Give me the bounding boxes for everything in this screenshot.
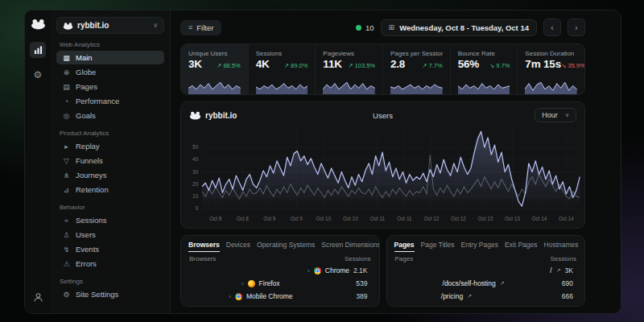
row-value: 389 xyxy=(356,292,367,300)
chevron-right-icon[interactable]: › xyxy=(242,280,244,287)
previous-period-button[interactable]: ‹ xyxy=(543,19,561,36)
table-row[interactable]: /↗3K xyxy=(394,265,578,276)
tab-exit-pages[interactable]: Exit Pages xyxy=(505,241,538,251)
table-row[interactable]: ›Chrome2.1K xyxy=(188,265,372,276)
table-row[interactable]: /docs↗644 xyxy=(394,303,578,307)
sidebar-item-events[interactable]: ↯Events xyxy=(56,242,164,256)
sidebar-item-goals[interactable]: ◎Goals xyxy=(56,109,164,122)
chevron-down-icon: ∨ xyxy=(153,22,158,29)
top-toolbar: ≡ Filter 10 ⊞ Wednesday, Oct 8 - Tuesday… xyxy=(180,18,585,37)
table-row[interactable]: /pricing↗666 xyxy=(394,291,578,302)
sidebar-item-label: Users xyxy=(76,230,96,239)
main-chart-card: rybbit.io Users Hour ∨ Oct 8Oct 8Oct 9Oc… xyxy=(180,101,585,229)
trend-up-icon: ↗ xyxy=(284,62,289,69)
stat-card-pageviews[interactable]: Pageviews11K↗103.5% xyxy=(315,44,382,94)
stat-card-pages-per-session[interactable]: Pages per Session2.8↗7.7% xyxy=(382,44,450,94)
table-row[interactable]: /docs/self-hosting↗690 xyxy=(394,278,578,289)
sidebar-item-performance[interactable]: ◔Performance xyxy=(56,94,164,108)
tab-operating-systems[interactable]: Operating Systems xyxy=(257,241,315,251)
stat-change: ↘9.7% xyxy=(489,62,510,69)
sidebar-item-errors[interactable]: ⚠Errors xyxy=(56,257,164,270)
rewind-icon: « xyxy=(62,217,71,225)
sidebar-item-retention[interactable]: ⊿Retention xyxy=(56,183,164,196)
stat-change: ↗88.5% xyxy=(217,62,241,69)
sidebar-item-replay[interactable]: ▸Replay xyxy=(56,139,164,153)
value-header: Sessions xyxy=(551,255,576,262)
table-row[interactable]: ›Firefox539 xyxy=(188,278,372,289)
panel-tabs: BrowsersDevicesOperating SystemsScreen D… xyxy=(188,241,372,252)
chrome-icon xyxy=(314,267,321,275)
bottom-panels: BrowsersDevicesOperating SystemsScreen D… xyxy=(180,235,585,307)
x-axis-label: Oct 14 xyxy=(532,216,547,221)
sidebar-item-site-settings[interactable]: ⚙Site Settings xyxy=(56,287,164,301)
chevron-right-icon[interactable]: › xyxy=(308,267,310,275)
tab-devices[interactable]: Devices xyxy=(226,241,250,251)
tab-page-titles[interactable]: Page Titles xyxy=(421,241,455,251)
date-range-picker[interactable]: ⊞ Wednesday, Oct 8 - Tuesday, Oct 14 xyxy=(381,19,537,36)
nav-section-title: Behavior xyxy=(60,204,161,211)
sidebar-item-main[interactable]: ▦Main xyxy=(56,51,164,64)
sidebar-item-sessions[interactable]: «Sessions xyxy=(56,213,164,227)
chart-title: Users xyxy=(373,111,393,120)
workspace-selector[interactable]: rybbit.io ∨ xyxy=(56,17,164,34)
trend-down-icon: ↘ xyxy=(561,62,566,69)
sidebar-item-globe[interactable]: ⊕Globe xyxy=(56,65,164,79)
tab-entry-pages[interactable]: Entry Pages xyxy=(461,241,498,251)
sidebar-item-funnels[interactable]: ▽Funnels xyxy=(56,154,164,167)
stat-card-bounce-rate[interactable]: Bounce Rate56%↘9.7% xyxy=(450,44,518,94)
chevron-right-icon[interactable]: › xyxy=(227,306,229,308)
stat-sparkline xyxy=(188,80,241,94)
sidebar-item-pages[interactable]: ▤Pages xyxy=(56,80,164,93)
fork-icon: ⋔ xyxy=(62,171,71,180)
stat-card-sessions[interactable]: Sessions4K↗89.0% xyxy=(248,44,316,94)
tab-screen-dimensions[interactable]: Screen Dimensions xyxy=(321,241,379,251)
target-icon: ◎ xyxy=(62,112,71,120)
table-row[interactable]: ›Mobile Safari369 xyxy=(188,303,372,307)
chevron-left-icon: ‹ xyxy=(551,23,553,32)
desktop-background: ⚙ rybbit.io ∨ Web Analytics▦Main⊕Globe▤P… xyxy=(0,0,644,322)
stat-value: 3K xyxy=(188,58,202,70)
funnel-icon: ▽ xyxy=(62,157,71,165)
column-header: Pages xyxy=(395,255,414,262)
external-link-icon[interactable]: ↗ xyxy=(556,267,561,274)
stat-change-value: 9.7% xyxy=(496,62,510,69)
date-range-label: Wednesday, Oct 8 - Tuesday, Oct 14 xyxy=(399,23,529,32)
external-link-icon[interactable]: ↗ xyxy=(500,280,505,287)
x-axis-label: Oct 8 xyxy=(209,216,222,221)
value-header: Sessions xyxy=(345,255,370,262)
settings-rail-button[interactable]: ⚙ xyxy=(30,67,46,83)
analytics-rail-button[interactable] xyxy=(30,42,46,58)
stat-value: 11K xyxy=(323,58,341,70)
stat-change: ↗103.5% xyxy=(348,62,375,69)
stat-card-session-duration[interactable]: Session Duration7m 15s↘35.9% xyxy=(517,44,584,94)
filter-button[interactable]: ≡ Filter xyxy=(180,20,221,35)
sidebar-item-users[interactable]: ♙Users xyxy=(56,228,164,242)
sidebar-item-label: Errors xyxy=(76,259,97,268)
next-period-button[interactable]: › xyxy=(568,19,585,36)
row-value: 666 xyxy=(562,292,573,300)
external-link-icon[interactable]: ↗ xyxy=(460,306,465,307)
x-axis-label: Oct 13 xyxy=(505,216,520,221)
person-icon xyxy=(33,292,43,303)
y-axis-label: 30 xyxy=(192,168,198,174)
globe-icon: ⊕ xyxy=(62,68,71,76)
stat-card-unique-users[interactable]: Unique Users3K↗88.5% xyxy=(181,44,248,94)
x-axis-label: Oct 11 xyxy=(370,216,386,221)
sidebar-item-journeys[interactable]: ⋔Journeys xyxy=(56,168,164,182)
video-icon: ▸ xyxy=(62,142,71,151)
tab-browsers[interactable]: Browsers xyxy=(188,241,220,252)
stats-strip: Unique Users3K↗88.5%Sessions4K↗89.0%Page… xyxy=(180,43,585,95)
stat-sparkline xyxy=(525,80,577,94)
pages-panel: PagesPage TitlesEntry PagesExit PagesHos… xyxy=(386,235,586,307)
sidebar-item-label: Funnels xyxy=(76,156,103,165)
account-button[interactable] xyxy=(33,291,43,306)
external-link-icon[interactable]: ↗ xyxy=(467,293,472,299)
trend-up-icon: ↗ xyxy=(348,62,353,69)
chevron-right-icon[interactable]: › xyxy=(229,293,231,300)
firefox-icon xyxy=(248,280,255,287)
stat-change-value: 35.9% xyxy=(568,62,584,69)
table-row[interactable]: ›Mobile Chrome389 xyxy=(188,291,372,302)
interval-select[interactable]: Hour ∨ xyxy=(535,108,576,122)
tab-pages[interactable]: Pages xyxy=(394,241,415,252)
tab-hostnames[interactable]: Hostnames xyxy=(544,241,579,251)
